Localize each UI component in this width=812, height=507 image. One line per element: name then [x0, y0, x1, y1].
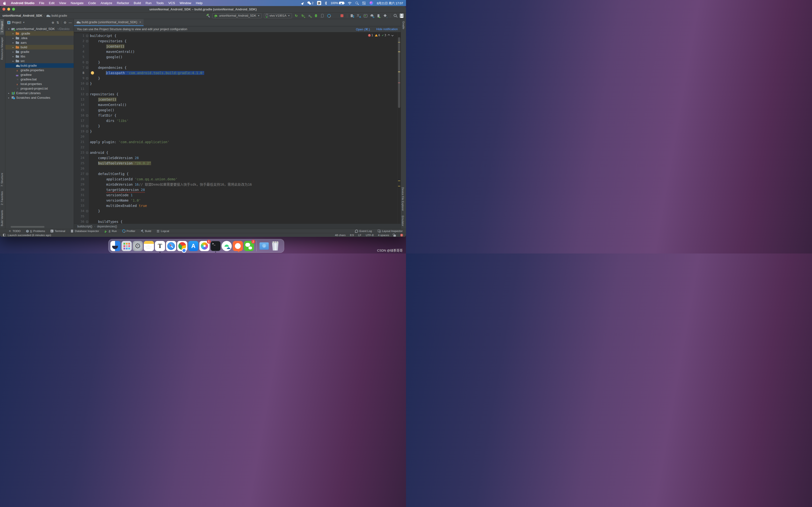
code-line-27[interactable]: 27 defaultConfig { [74, 171, 401, 176]
breadcrumb-buildscript[interactable]: buildscript{} [77, 225, 92, 228]
menu-clock[interactable]: 8月21日 周六 17:07 [377, 1, 403, 5]
tool-button-resource-manager[interactable]: Resource Manager [0, 35, 4, 62]
tree-chevron-icon[interactable]: ▸ [12, 37, 15, 39]
intention-bulb-icon[interactable] [91, 71, 94, 74]
apply-changes-icon[interactable] [294, 13, 298, 18]
tree-item-unionnormal-android-sdk[interactable]: ▾unionNormal_Android_SDK~/Deskto [5, 26, 74, 31]
panel-settings-button[interactable]: ⚙ [63, 21, 66, 24]
code-line-14[interactable]: 14 mavenCentral() [74, 102, 401, 107]
code-line-5[interactable]: 5 google() [74, 54, 401, 60]
make-project-button[interactable] [206, 13, 210, 18]
menu-build[interactable]: Build [134, 1, 141, 5]
sdk-manager-icon[interactable] [383, 13, 387, 18]
apply-code-changes-icon[interactable] [301, 13, 305, 18]
tool-window-button-6-problems[interactable]: 6: Problems [26, 230, 45, 233]
tool-window-button-profiler[interactable]: Profiler [122, 230, 135, 233]
tool-button-gradle[interactable]: Gradle [402, 19, 406, 32]
tree-chevron-icon[interactable]: ▸ [12, 32, 15, 35]
zoom-window-button[interactable] [12, 8, 15, 11]
code-line-2[interactable]: 2 repositories { [74, 38, 401, 44]
tree-item-scratches-and-consoles[interactable]: ▸Scratches and Consoles [5, 95, 74, 100]
dock-app-store-icon[interactable] [188, 241, 198, 251]
tree-chevron-icon[interactable]: ▾ [7, 28, 10, 30]
tool-button-emulator[interactable]: Emulator [401, 213, 405, 228]
tree-item-src[interactable]: ▸src [5, 59, 74, 63]
tree-item-idea[interactable]: ▸.idea [5, 36, 74, 40]
tool-button-build-variants[interactable]: Build Variants [0, 208, 4, 228]
unlock-icon[interactable] [394, 235, 396, 237]
fold-marker-icon[interactable] [85, 210, 89, 212]
menu-file[interactable]: File [39, 1, 44, 5]
battery-indicator[interactable]: 100% [331, 1, 344, 5]
search-everywhere-icon[interactable] [393, 13, 398, 18]
tool-window-button-layout-inspector[interactable]: Layout Inspector [378, 230, 403, 233]
code-line-12[interactable]: 12repositories { [74, 92, 401, 97]
tree-chevron-icon[interactable]: ▸ [12, 51, 15, 53]
close-window-button[interactable] [2, 8, 5, 11]
status-lf[interactable]: LF [358, 234, 361, 237]
code-line-26[interactable]: 26 [74, 166, 401, 171]
tree-chevron-icon[interactable]: ▸ [12, 55, 15, 58]
dock-downloads-icon[interactable] [259, 241, 269, 251]
fold-marker-icon[interactable] [85, 82, 89, 85]
tool-window-button-4-run[interactable]: 4: Run [104, 230, 117, 233]
editor-scrollbar-thumb[interactable] [398, 37, 400, 108]
dock-postman-icon[interactable] [233, 241, 243, 251]
fold-marker-icon[interactable] [85, 125, 89, 127]
dock-system-preferences-icon[interactable] [133, 241, 143, 251]
breadcrumb-dependencies[interactable]: dependencies{} [97, 225, 117, 228]
code-line-32[interactable]: 32 versionName '1.0' [74, 198, 401, 203]
code-line-13[interactable]: 13 jcenter() [74, 97, 401, 102]
code-line-3[interactable]: 3 jcenter() [74, 44, 401, 49]
fold-marker-icon[interactable] [85, 40, 89, 42]
tool-window-button-build[interactable]: Build [141, 230, 151, 233]
tree-item-gradle-properties[interactable]: gradle.properties [5, 68, 74, 72]
status-8-9[interactable]: 8:9 [350, 234, 354, 237]
locate-file-button[interactable]: ⊕ [52, 21, 54, 24]
code-line-15[interactable]: 15 google() [74, 107, 401, 113]
tree-item-build[interactable]: ▸build [5, 45, 74, 50]
dock-textedit-icon[interactable] [155, 241, 165, 251]
code-line-24[interactable]: 24 compileSdkVersion 28 [74, 155, 401, 161]
status-error-icon[interactable]: ! [400, 234, 403, 237]
code-area[interactable]: 1buildscript {2 repositories {3 jcenter(… [74, 32, 401, 224]
code-editor[interactable]: 1buildscript {2 repositories {3 jcenter(… [74, 32, 401, 224]
code-line-7[interactable]: 7 dependencies { [74, 65, 401, 70]
menu-view[interactable]: View [59, 1, 66, 5]
code-line-6[interactable]: 6 } [74, 60, 401, 65]
target-device-select[interactable]: vivo V1901A ▼ [264, 13, 292, 18]
tree-chevron-icon[interactable]: ▸ [12, 42, 15, 44]
tool-button-1-project[interactable]: 1: Project [0, 19, 4, 35]
menu-tools[interactable]: Tools [156, 1, 164, 5]
tool-window-toggle-icon[interactable] [3, 234, 6, 236]
tree-chevron-icon[interactable]: ▸ [7, 92, 10, 95]
dock-wechat-icon[interactable]: 2 [244, 241, 254, 251]
code-line-35[interactable]: 35 [74, 214, 401, 219]
rerun-tasks-icon[interactable] [307, 13, 311, 18]
dock-terminal-icon[interactable] [210, 241, 221, 251]
dock-safari-icon[interactable] [166, 241, 176, 251]
dock-photos-icon[interactable]: 5 [199, 241, 209, 251]
collapse-all-button[interactable]: ⇅ [56, 21, 59, 24]
dock-finder-icon[interactable] [110, 241, 120, 251]
tree-item-gradle[interactable]: ▸.gradle [5, 31, 74, 36]
tree-item-aars[interactable]: ▸aars [5, 40, 74, 45]
virtual-devices-icon[interactable] [376, 13, 380, 18]
fold-marker-icon[interactable] [85, 114, 89, 117]
tree-item-local-properties[interactable]: local.properties [5, 81, 74, 86]
fold-marker-icon[interactable] [85, 173, 89, 175]
fold-marker-icon[interactable] [85, 67, 89, 69]
dock-launchpad-icon[interactable] [121, 241, 132, 251]
attach-debugger-icon[interactable] [320, 13, 324, 18]
tree-item-external-libraries[interactable]: ▸External Libraries [5, 91, 74, 95]
code-line-10[interactable]: 10} [74, 81, 401, 86]
status-48-chars[interactable]: 48 chars [335, 234, 346, 237]
profile-low-overhead-icon[interactable] [333, 13, 338, 18]
menu-analyze[interactable]: Analyze [101, 1, 112, 5]
device-manager-icon[interactable] [350, 13, 355, 18]
open-project-structure-link[interactable]: Open (⌘;) [356, 27, 370, 31]
fold-marker-icon[interactable] [85, 130, 89, 132]
fold-marker-icon[interactable] [85, 221, 89, 223]
tree-chevron-icon[interactable]: ▸ [7, 97, 10, 99]
code-line-19[interactable]: 19} [74, 129, 401, 134]
